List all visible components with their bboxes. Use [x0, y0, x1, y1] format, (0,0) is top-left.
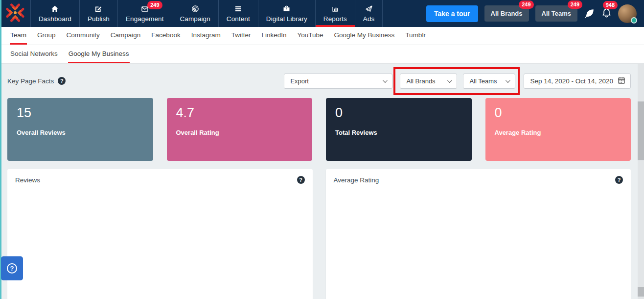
stat-cards-row: 15 Overall Reviews 4.7 Overall Rating 0 … [7, 98, 631, 161]
online-status-dot [631, 17, 637, 24]
all-brands-label: All Brands [491, 10, 523, 17]
topnav-item-digital-library[interactable]: Digital Library [258, 0, 315, 27]
nav-label: Campaign [180, 15, 210, 23]
export-dropdown[interactable]: Export [284, 74, 392, 89]
panel-title: Average Rating [334, 176, 379, 184]
nav-label: Dashboard [39, 15, 71, 23]
help-icon[interactable]: ? [58, 77, 66, 85]
stat-card-total-reviews: 0 Total Reviews [326, 98, 472, 161]
primary-tab-bar: Team Group Community Campaign Facebook I… [0, 27, 644, 45]
date-range-picker[interactable]: Sep 14, 2020 - Oct 14, 2020 [524, 74, 631, 89]
topnav-actions: Take a tour All Brands 249 All Teams 249… [426, 0, 644, 27]
help-icon[interactable]: ? [297, 176, 305, 184]
secondary-tab-bar: Social Networks Google My Business [0, 45, 644, 64]
nav-label: Engagement [126, 15, 164, 23]
left-edge-accent [0, 0, 1, 299]
user-avatar[interactable] [618, 4, 637, 23]
brands-filter-value: All Brands [406, 77, 435, 85]
average-rating-panel: Average Rating ? [326, 169, 631, 299]
notifications-badge: 948 [603, 1, 618, 9]
starburst-logo-icon [5, 2, 25, 25]
tab-linkedin[interactable]: LinkedIn [261, 27, 287, 45]
help-icon[interactable]: ? [615, 176, 623, 184]
paper-plane-icon [365, 4, 373, 13]
chevron-down-icon [447, 78, 452, 83]
tab-team[interactable]: Team [10, 27, 27, 45]
tab-tumblr[interactable]: Tumblr [405, 27, 426, 45]
stat-label: Total Reviews [335, 129, 462, 136]
all-brands-button[interactable]: All Brands 249 [484, 5, 529, 22]
nav-label: Reports [323, 15, 347, 23]
all-teams-badge: 249 [568, 0, 582, 9]
stat-value: 0 [335, 105, 462, 121]
stat-label: Average Rating [495, 129, 622, 136]
scrollbar-thumb[interactable] [638, 101, 644, 160]
stat-value: 4.7 [176, 105, 303, 121]
main-menu: Dashboard Publish 249 Engagement Campaig… [30, 0, 383, 27]
tab-google-my-business-report[interactable]: Google My Business [68, 45, 130, 63]
panel-header: Reviews ? [7, 169, 313, 191]
annotation-highlight: All Brands All Teams [393, 67, 520, 95]
scrollbar-corner [638, 287, 644, 297]
list-icon [234, 4, 242, 13]
top-navigation: Dashboard Publish 249 Engagement Campaig… [0, 0, 644, 27]
tab-campaign[interactable]: Campaign [110, 27, 141, 45]
chevron-down-icon [383, 78, 388, 83]
stat-label: Overall Rating [176, 129, 303, 136]
tab-youtube[interactable]: YouTube [297, 27, 324, 45]
support-help-button[interactable]: ? [1, 256, 23, 280]
bar-chart-icon [331, 4, 339, 13]
topnav-item-engagement[interactable]: 249 Engagement [117, 0, 172, 27]
section-title-text: Key Page Facts [7, 77, 54, 85]
topnav-item-campaign[interactable]: Campaign [172, 0, 218, 27]
topnav-item-ads[interactable]: Ads [355, 0, 383, 27]
topnav-item-reports[interactable]: Reports [315, 0, 355, 27]
topnav-item-content[interactable]: Content [218, 0, 258, 27]
engagement-count-badge: 249 [147, 1, 162, 9]
stat-card-overall-rating: 4.7 Overall Rating [167, 98, 313, 161]
nav-label: Content [227, 15, 250, 23]
panel-header: Average Rating ? [326, 169, 631, 191]
brands-filter-dropdown[interactable]: All Brands [400, 74, 457, 89]
nav-label: Ads [363, 15, 375, 23]
reviews-panel: Reviews ? [7, 169, 313, 299]
teams-filter-dropdown[interactable]: All Teams [463, 74, 515, 89]
teams-filter-value: All Teams [469, 77, 497, 85]
chart-panels-row: Reviews ? Average Rating ? [7, 169, 631, 299]
export-dropdown-value: Export [290, 77, 309, 85]
stat-label: Overall Reviews [17, 129, 144, 136]
tab-twitter[interactable]: Twitter [231, 27, 252, 45]
briefcase-icon [282, 4, 291, 13]
panel-title: Reviews [15, 176, 40, 184]
nav-label: Publish [88, 15, 110, 23]
tab-social-networks[interactable]: Social Networks [10, 45, 58, 63]
take-a-tour-button[interactable]: Take a tour [426, 5, 478, 22]
report-toolbar: Key Page Facts ? Export All Brands All T… [7, 70, 631, 92]
topnav-item-dashboard[interactable]: Dashboard [30, 0, 79, 27]
tab-instagram[interactable]: Instagram [191, 27, 221, 45]
tab-google-my-business[interactable]: Google My Business [334, 27, 395, 45]
tab-community[interactable]: Community [66, 27, 100, 45]
stat-card-overall-reviews: 15 Overall Reviews [7, 98, 153, 161]
app-logo[interactable] [0, 0, 30, 27]
notifications-bell[interactable]: 948 [601, 7, 612, 20]
chevron-down-icon [506, 78, 510, 83]
stat-value: 15 [17, 105, 144, 121]
stat-card-average-rating: 0 Average Rating [485, 98, 631, 161]
section-title: Key Page Facts ? [7, 77, 66, 85]
all-teams-label: All Teams [542, 10, 571, 17]
stat-value: 0 [495, 105, 622, 121]
nav-label: Digital Library [266, 15, 307, 23]
tab-facebook[interactable]: Facebook [151, 27, 181, 45]
all-teams-button[interactable]: All Teams 249 [535, 5, 577, 22]
tab-group[interactable]: Group [37, 27, 56, 45]
vertical-scrollbar[interactable] [638, 63, 644, 299]
topnav-item-publish[interactable]: Publish [79, 0, 117, 27]
home-icon [51, 4, 59, 13]
calendar-icon [618, 76, 625, 86]
report-content: Key Page Facts ? Export All Brands All T… [0, 70, 644, 299]
all-brands-badge: 249 [519, 0, 533, 9]
date-range-value: Sep 14, 2020 - Oct 14, 2020 [530, 77, 613, 85]
leaf-icon[interactable] [584, 8, 595, 19]
question-mark-icon: ? [7, 263, 17, 274]
